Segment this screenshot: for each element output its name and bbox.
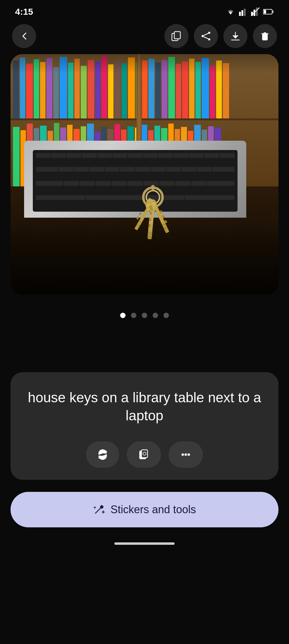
svg-point-53: [188, 453, 190, 456]
page-indicators: [0, 307, 289, 324]
svg-rect-29: [150, 212, 152, 215]
svg-point-14: [208, 38, 210, 41]
svg-rect-5: [256, 8, 258, 16]
battery-icon: [263, 9, 274, 15]
stickers-and-tools-button[interactable]: Stickers and tools: [11, 492, 278, 527]
nav-bar: [0, 21, 289, 54]
nav-right-buttons: [164, 24, 277, 48]
page-dot-4[interactable]: [153, 313, 158, 318]
page-dot-3[interactable]: [142, 313, 147, 318]
svg-point-23: [151, 185, 155, 190]
signal-icon: [239, 8, 248, 16]
svg-rect-41: [139, 212, 142, 215]
styles-button[interactable]: [127, 441, 161, 468]
page-dot-1[interactable]: [120, 313, 126, 318]
status-bar: 4:15: [0, 0, 289, 21]
svg-point-13: [208, 32, 210, 34]
svg-rect-8: [272, 11, 274, 13]
delete-button[interactable]: [253, 24, 277, 48]
signal2-icon: [251, 8, 260, 16]
svg-rect-27: [149, 218, 151, 221]
svg-rect-11: [174, 32, 180, 39]
download-button[interactable]: [223, 24, 247, 48]
magic-wand-icon: [93, 504, 105, 516]
page-dot-5[interactable]: [163, 313, 169, 318]
status-icons: [225, 8, 274, 16]
more-options-button[interactable]: [169, 441, 203, 468]
action-buttons: [27, 441, 262, 468]
svg-rect-0: [239, 12, 241, 16]
svg-rect-49: [141, 450, 148, 458]
description-text: house keys on a library table next to a …: [27, 389, 262, 425]
svg-line-54: [95, 507, 101, 513]
description-card: house keys on a library table next to a …: [11, 372, 278, 480]
svg-line-16: [204, 37, 208, 39]
svg-point-51: [182, 453, 184, 456]
copy-button[interactable]: [164, 24, 188, 48]
svg-rect-9: [264, 10, 266, 14]
svg-rect-42: [136, 216, 139, 220]
home-indicator: [114, 542, 175, 545]
svg-rect-1: [241, 10, 243, 16]
page-dot-2[interactable]: [131, 313, 136, 318]
refresh-button[interactable]: [86, 441, 119, 468]
svg-rect-2: [244, 9, 246, 16]
svg-point-52: [185, 453, 187, 456]
svg-rect-18: [263, 34, 267, 40]
svg-point-12: [202, 35, 204, 37]
share-button[interactable]: [194, 24, 218, 48]
status-time: 4:15: [15, 7, 33, 17]
svg-line-15: [204, 33, 208, 35]
photo-image: 🔑: [11, 54, 278, 295]
back-button[interactable]: [12, 24, 36, 48]
stickers-and-tools-label: Stickers and tools: [110, 503, 196, 516]
wifi-icon: [225, 8, 236, 16]
